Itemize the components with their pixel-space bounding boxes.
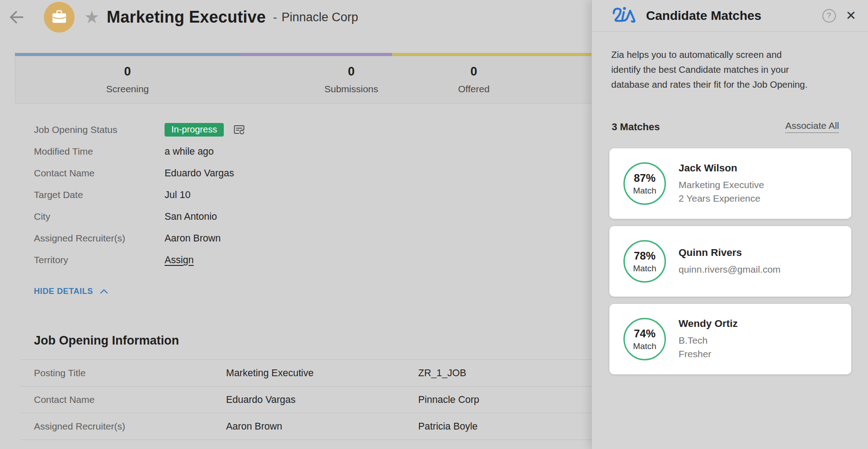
candidate-cards: 87% Match Jack Wilson Marketing Executiv… xyxy=(609,148,851,382)
candidate-detail-line: Marketing Executive xyxy=(679,178,764,192)
zia-description-line: Zia helps you to automatically screen an… xyxy=(611,47,844,62)
detail-value: a while ago xyxy=(165,146,214,157)
candidate-name: Wendy Ortiz xyxy=(679,318,738,330)
zia-panel-header: Candidate Matches ? ✕ xyxy=(592,0,868,32)
candidate-info: Quinn Rivers quinn.rivers@gmail.com xyxy=(679,247,781,276)
zia-description-line: database and rates their fit for the Job… xyxy=(611,77,844,92)
progress-segment-screening xyxy=(15,53,240,56)
stat-label: Offered xyxy=(458,84,490,95)
stat-count: 0 xyxy=(458,65,490,79)
detail-row-target-date: Target Date Jul 10 xyxy=(34,184,245,206)
matches-count: 3 Matches xyxy=(612,121,660,133)
stat-label: Screening xyxy=(106,84,149,95)
screen: ★ Marketing Executive - Pinnacle Corp 0 … xyxy=(0,0,868,449)
chevron-up-icon xyxy=(100,289,108,294)
detail-label: Contact Name xyxy=(34,168,165,179)
candidate-name: Quinn Rivers xyxy=(679,247,781,259)
row-label: Assigned Recruiter(s) xyxy=(20,421,226,432)
progress-segment-submissions xyxy=(240,53,392,56)
candidate-info: Wendy Ortiz B.Tech Fresher xyxy=(679,318,738,361)
match-percent: 87% xyxy=(634,172,656,184)
match-percent: 74% xyxy=(634,327,656,340)
stat-count: 0 xyxy=(106,65,149,79)
stat-count: 0 xyxy=(324,65,378,79)
candidate-detail-line: 2 Years Experience xyxy=(679,192,764,205)
detail-row-modified-time: Modified Time a while ago xyxy=(34,141,245,162)
stat-label: Submissions xyxy=(324,84,378,95)
candidate-detail-line: Fresher xyxy=(679,347,738,361)
favorite-star-icon[interactable]: ★ xyxy=(84,9,99,26)
detail-row-city: City San Antonio xyxy=(34,206,245,227)
stat-offered[interactable]: 0 Offered xyxy=(458,65,490,95)
help-icon[interactable]: ? xyxy=(822,9,836,23)
detail-label: Target Date xyxy=(34,189,165,200)
detail-label: Job Opening Status xyxy=(34,124,165,135)
match-label: Match xyxy=(633,186,656,196)
briefcase-icon xyxy=(51,10,67,24)
job-info-heading: Job Opening Information xyxy=(34,334,179,348)
zia-logo-icon xyxy=(611,5,636,27)
panel-title: Candidate Matches xyxy=(646,9,822,23)
detail-label: Territory xyxy=(34,255,165,265)
detail-value: San Antonio xyxy=(165,211,217,222)
page-header: ★ Marketing Executive - Pinnacle Corp xyxy=(6,0,358,34)
row-value-1: Marketing Executive xyxy=(226,368,418,379)
detail-value: Aaron Brown xyxy=(165,233,221,244)
candidate-detail-line: quinn.rivers@gmail.com xyxy=(679,263,781,276)
status-history-icon[interactable] xyxy=(233,123,245,136)
company-name: Pinnacle Corp xyxy=(282,10,359,24)
match-label: Match xyxy=(633,341,656,351)
row-label: Posting Title xyxy=(20,368,226,378)
zia-panel: Candidate Matches ? ✕ Zia helps you to a… xyxy=(591,0,868,449)
associate-all-link[interactable]: Associate All xyxy=(785,120,839,133)
page-title: Marketing Executive xyxy=(107,8,266,27)
match-percent: 78% xyxy=(634,250,656,262)
candidate-card[interactable]: 74% Match Wendy Ortiz B.Tech Fresher xyxy=(609,304,851,374)
detail-row-contact-name: Contact Name Eduardo Vargas xyxy=(34,162,245,184)
close-icon[interactable]: ✕ xyxy=(846,9,856,22)
detail-label: City xyxy=(34,211,165,222)
stat-submissions[interactable]: 0 Submissions xyxy=(324,65,378,95)
back-button[interactable] xyxy=(6,8,24,26)
candidate-info: Jack Wilson Marketing Executive 2 Years … xyxy=(679,162,764,205)
zia-description: Zia helps you to automatically screen an… xyxy=(611,47,844,92)
stat-screening[interactable]: 0 Screening xyxy=(106,65,149,95)
detail-value: Eduardo Vargas xyxy=(165,168,234,179)
candidate-card[interactable]: 78% Match Quinn Rivers quinn.rivers@gmai… xyxy=(609,226,851,297)
detail-row-assigned-recruiter: Assigned Recruiter(s) Aaron Brown xyxy=(34,227,245,249)
match-score-ring: 74% Match xyxy=(623,318,666,360)
hide-details-button[interactable]: HIDE DETAILS xyxy=(34,287,108,296)
row-value-1: Aaron Brown xyxy=(226,421,418,432)
job-avatar xyxy=(44,2,75,33)
matches-row: 3 Matches Associate All xyxy=(612,120,839,133)
territory-assign-link[interactable]: Assign xyxy=(165,255,194,266)
details-section: Job Opening Status In-progress Modified … xyxy=(34,119,245,271)
title-separator: - xyxy=(273,10,277,24)
candidate-card[interactable]: 87% Match Jack Wilson Marketing Executiv… xyxy=(609,148,851,219)
match-score-ring: 78% Match xyxy=(623,240,666,283)
row-label: Contact Name xyxy=(20,394,226,405)
contact-name-link[interactable]: Eduardo Vargas xyxy=(226,394,418,406)
zia-description-line: identify the best Candidate matches in y… xyxy=(611,62,844,77)
hide-details-label: HIDE DETAILS xyxy=(34,287,93,296)
detail-value: Jul 10 xyxy=(165,189,190,201)
detail-row-status: Job Opening Status In-progress xyxy=(34,119,245,141)
detail-row-territory: Territory Assign xyxy=(34,249,245,271)
candidate-detail-line: B.Tech xyxy=(679,334,738,347)
detail-label: Assigned Recruiter(s) xyxy=(34,233,165,244)
detail-label: Modified Time xyxy=(34,146,165,157)
candidate-name: Jack Wilson xyxy=(679,162,764,174)
match-score-ring: 87% Match xyxy=(623,162,666,205)
back-arrow-icon xyxy=(6,8,24,26)
match-label: Match xyxy=(633,264,656,274)
status-badge[interactable]: In-progress xyxy=(165,123,224,137)
